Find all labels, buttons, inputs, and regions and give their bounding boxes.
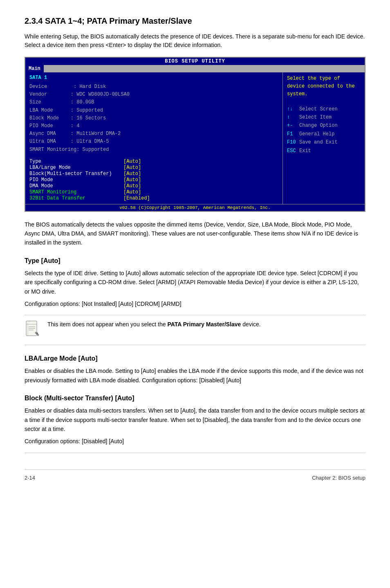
bios-tab-main[interactable]: Main <box>25 65 44 72</box>
bios-title-bar: BIOS SETUP UTILITY <box>25 58 365 65</box>
bios-content: SATA 1 Device : Hard Disk Vendor : WDC W… <box>25 72 365 204</box>
bios-info-row: LBA Mode : Supported <box>29 107 278 114</box>
bios-options-block: Type [Auto] LBA/Large Mode [Auto] Block(… <box>29 159 278 201</box>
bios-option-row: 32Bit Data Transfer [Enabled] <box>29 195 278 201</box>
bios-footer: v02.58 (C)Copyright 1985-2007, American … <box>25 204 365 211</box>
key-desc: Select Item <box>299 113 332 121</box>
bios-info-row: PIO Mode : 4 <box>29 122 278 130</box>
key-symbol: F1 <box>287 130 297 138</box>
bios-option-name: DMA Mode <box>29 183 123 189</box>
bios-option-row: Block(Multi-sector Transfer) [Auto] <box>29 171 278 177</box>
key-symbol: ↕ <box>287 113 297 121</box>
bios-sidebar-hint: Select the type of device connected to t… <box>287 75 361 99</box>
bios-section-header: SATA 1 <box>29 75 278 81</box>
bios-option-name: Block(Multi-sector Transfer) <box>29 171 123 177</box>
bios-option-value: [Auto] <box>123 171 141 177</box>
page-title: 2.3.4 SATA 1~4; PATA Primary Master/Slav… <box>25 16 365 26</box>
footer-chapter: Chapter 2: BIOS setup <box>312 475 365 481</box>
note-icon <box>25 320 41 340</box>
key-desc: Exit <box>299 147 311 155</box>
bios-option-row: PIO Mode [Auto] <box>29 177 278 183</box>
bios-screen: BIOS SETUP UTILITY Main SATA 1 Device : … <box>25 57 365 212</box>
key-symbol: +- <box>287 121 297 130</box>
bios-option-row: Type [Auto] <box>29 159 278 164</box>
key-row: +- Change Option <box>287 121 361 130</box>
bios-option-name: PIO Mode <box>29 177 123 183</box>
bios-info-row: Vendor : WDC WD800JD-00LSA0 <box>29 91 278 99</box>
key-symbol: ↑↓ <box>287 105 297 113</box>
bios-option-row: DMA Mode [Auto] <box>29 183 278 189</box>
bios-main-panel: SATA 1 Device : Hard Disk Vendor : WDC W… <box>25 72 283 204</box>
bios-option-value: [Enabled] <box>123 195 150 201</box>
key-symbol: F10 <box>287 138 297 146</box>
svg-point-2 <box>36 332 38 334</box>
bios-option-value: [Auto] <box>123 165 141 171</box>
key-desc: General Help <box>299 130 334 138</box>
intro-text: While entering Setup, the BIOS automatic… <box>25 32 365 49</box>
key-row: F10 Save and Exit <box>287 138 361 146</box>
key-row: ↕ Select Item <box>287 113 361 121</box>
auto-detect-note: The BIOS automatically detects the value… <box>25 220 365 247</box>
bios-info-row: SMART Monitoring: Supported <box>29 146 278 154</box>
footer-divider <box>25 453 365 453</box>
bios-info-row: Device : Hard Disk <box>29 83 278 91</box>
key-desc: Select Screen <box>299 105 338 113</box>
bios-option-value: [Auto] <box>123 159 141 164</box>
lba-mode-text: Enables or disables the LBA mode. Settin… <box>25 366 365 385</box>
key-row: ESC Exit <box>287 147 361 155</box>
bios-option-row: LBA/Large Mode [Auto] <box>29 165 278 171</box>
block-transfer-heading: Block (Multi-sector Transfer) [Auto] <box>25 395 365 402</box>
key-row: ↑↓ Select Screen <box>287 105 361 113</box>
bios-key-help: ↑↓ Select Screen ↕ Select Item +- Change… <box>287 105 361 155</box>
bios-option-row: SMART Monitoring [Auto] <box>29 189 278 195</box>
bios-option-name: SMART Monitoring <box>29 189 123 195</box>
note-box: This item does not appear when you selec… <box>25 315 365 345</box>
type-auto-heading: Type [Auto] <box>25 257 365 265</box>
key-desc: Save and Exit <box>299 138 338 146</box>
block-transfer-text: Enables or disables data multi-sectors t… <box>25 406 365 433</box>
bios-info-row: Block Mode : 16 Sectors <box>29 114 278 122</box>
footer-page-number: 2-14 <box>25 475 35 481</box>
note-text-before: This item does not appear when you selec… <box>47 321 167 328</box>
bios-tab-bar: Main <box>25 65 365 72</box>
bios-option-name: Type <box>29 159 123 164</box>
key-desc: Change Option <box>299 121 338 130</box>
bios-info-row: Ultra DMA : Ultra DMA-5 <box>29 138 278 146</box>
bios-option-value: [Auto] <box>123 189 141 195</box>
note-bold-text: PATA Primary Master/Slave <box>167 321 241 328</box>
bios-option-name: LBA/Large Mode <box>29 165 123 171</box>
bios-option-value: [Auto] <box>123 183 141 189</box>
type-auto-config: Configuration options: [Not Installed] [… <box>25 299 365 308</box>
bios-option-value: [Auto] <box>123 177 141 183</box>
bios-info-row: Size : 80.0GB <box>29 99 278 106</box>
page-footer: 2-14 Chapter 2: BIOS setup <box>25 469 365 481</box>
note-text: This item does not appear when you selec… <box>47 320 261 329</box>
note-text-after: device. <box>241 321 260 328</box>
key-row: F1 General Help <box>287 130 361 138</box>
block-transfer-config: Configuration options: [Disabled] [Auto] <box>25 437 365 446</box>
bios-info-row: Async DMA : MultiWord DMA-2 <box>29 130 278 138</box>
bios-sidebar-panel: Select the type of device connected to t… <box>283 72 365 204</box>
bios-info-block: Device : Hard Disk Vendor : WDC WD800JD-… <box>29 83 278 154</box>
type-auto-text: Selects the type of IDE drive. Setting t… <box>25 269 365 296</box>
bios-option-name: 32Bit Data Transfer <box>29 195 123 201</box>
lba-mode-heading: LBA/Large Mode [Auto] <box>25 355 365 362</box>
key-symbol: ESC <box>287 147 297 155</box>
